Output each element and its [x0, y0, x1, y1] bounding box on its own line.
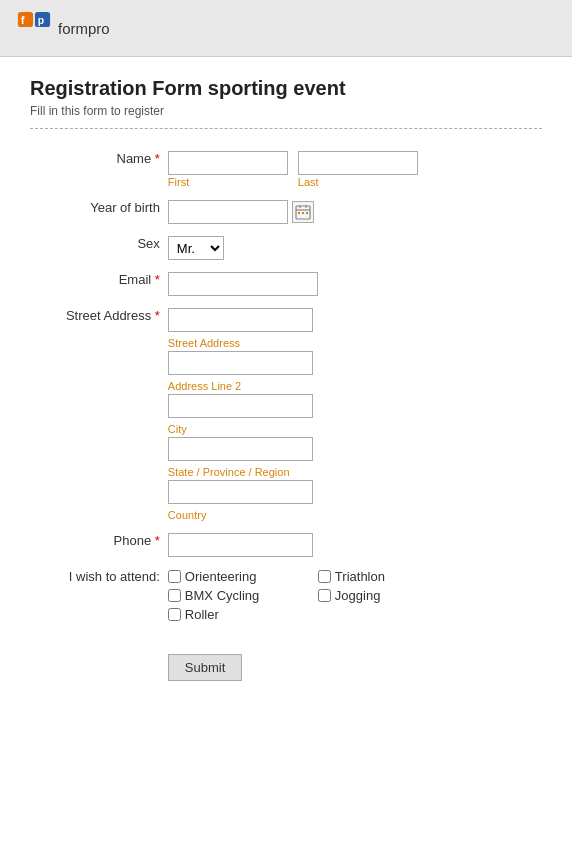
phone-field-cell [164, 527, 542, 563]
name-row: Name * First Last [30, 145, 542, 194]
submit-spacer [30, 628, 164, 687]
sex-field-cell: Mr. Mrs. Ms. Dr. [164, 230, 542, 266]
logo: f p formpro [16, 10, 110, 46]
first-name-label: First [168, 176, 288, 188]
email-label-cell: Email * [30, 266, 164, 302]
street-address-input[interactable] [168, 308, 313, 332]
attend-row-1: Orienteering Triathlon [168, 569, 538, 584]
email-input[interactable] [168, 272, 318, 296]
state-sub-label: State / Province / Region [168, 466, 538, 478]
street-address-row: Street Address * Street Address Address … [30, 302, 542, 527]
orienteering-checkbox[interactable] [168, 570, 181, 583]
sex-label-cell: Sex [30, 230, 164, 266]
orienteering-item: Orienteering [168, 569, 298, 584]
phone-required: * [151, 533, 160, 548]
attend-field-cell: Orienteering Triathlon BMX Cycling [164, 563, 542, 628]
address-line2-input[interactable] [168, 351, 313, 375]
name-label: Name [117, 151, 152, 166]
submit-button[interactable]: Submit [168, 654, 242, 681]
roller-label: Roller [185, 607, 219, 622]
street-address-label-cell: Street Address * [30, 302, 164, 527]
submit-cell: Submit [164, 628, 542, 687]
form-container: Registration Form sporting event Fill in… [0, 57, 572, 864]
calendar-svg [295, 204, 311, 220]
attend-label: I wish to attend: [69, 569, 160, 584]
email-row: Email * [30, 266, 542, 302]
street-required: * [151, 308, 160, 323]
name-label-cell: Name * [30, 145, 164, 194]
svg-text:f: f [21, 14, 25, 26]
attend-label-cell: I wish to attend: [30, 563, 164, 628]
sex-label: Sex [137, 236, 159, 251]
year-input-row [168, 200, 538, 224]
first-name-input[interactable] [168, 151, 288, 175]
svg-text:p: p [38, 15, 44, 26]
name-inputs-row: First Last [168, 151, 538, 188]
bmx-checkbox[interactable] [168, 589, 181, 602]
jogging-item: Jogging [318, 588, 448, 603]
name-field-cell: First Last [164, 145, 542, 194]
email-required: * [151, 272, 160, 287]
last-name-input[interactable] [298, 151, 418, 175]
triathlon-label: Triathlon [335, 569, 385, 584]
attend-row-3: Roller [168, 607, 538, 622]
year-field-cell [164, 194, 542, 230]
roller-item: Roller [168, 607, 298, 622]
header: f p formpro [0, 0, 572, 57]
calendar-icon[interactable] [292, 201, 314, 223]
last-name-group: Last [298, 151, 418, 188]
attend-checkbox-group: Orienteering Triathlon BMX Cycling [168, 569, 538, 622]
roller-checkbox[interactable] [168, 608, 181, 621]
city-input[interactable] [168, 394, 313, 418]
name-required: * [151, 151, 160, 166]
triathlon-item: Triathlon [318, 569, 448, 584]
sex-select[interactable]: Mr. Mrs. Ms. Dr. [168, 236, 224, 260]
state-input[interactable] [168, 437, 313, 461]
svg-rect-9 [302, 212, 304, 214]
attend-row: I wish to attend: Orienteering Triathlon [30, 563, 542, 628]
phone-label-cell: Phone * [30, 527, 164, 563]
street-address-field-cell: Street Address Address Line 2 City State… [164, 302, 542, 527]
first-name-group: First [168, 151, 288, 188]
address-line2-sub-label: Address Line 2 [168, 380, 538, 392]
year-of-birth-input[interactable] [168, 200, 288, 224]
year-label: Year of birth [90, 200, 160, 215]
year-label-cell: Year of birth [30, 194, 164, 230]
page-title: Registration Form sporting event [30, 77, 542, 100]
submit-row: Submit [30, 628, 542, 687]
phone-input[interactable] [168, 533, 313, 557]
orienteering-label: Orienteering [185, 569, 257, 584]
sex-row: Sex Mr. Mrs. Ms. Dr. [30, 230, 542, 266]
jogging-checkbox[interactable] [318, 589, 331, 602]
logo-text: formpro [58, 20, 110, 37]
phone-row: Phone * [30, 527, 542, 563]
triathlon-checkbox[interactable] [318, 570, 331, 583]
svg-rect-8 [298, 212, 300, 214]
address-block: Street Address Address Line 2 City State… [168, 308, 538, 521]
logo-icon: f p [16, 10, 52, 46]
svg-rect-10 [306, 212, 308, 214]
street-address-sub-label: Street Address [168, 337, 538, 349]
form-table: Name * First Last Year of birth [30, 145, 542, 687]
postal-input[interactable] [168, 480, 313, 504]
country-sub-label: Country [168, 509, 538, 521]
page-subtitle: Fill in this form to register [30, 104, 542, 129]
attend-row-2: BMX Cycling Jogging [168, 588, 538, 603]
phone-label: Phone [114, 533, 152, 548]
street-address-label: Street Address [66, 308, 151, 323]
bmx-item: BMX Cycling [168, 588, 298, 603]
email-label: Email [119, 272, 152, 287]
jogging-label: Jogging [335, 588, 381, 603]
last-name-label: Last [298, 176, 418, 188]
email-field-cell [164, 266, 542, 302]
submit-container: Submit [168, 654, 538, 681]
city-sub-label: City [168, 423, 538, 435]
bmx-label: BMX Cycling [185, 588, 259, 603]
year-row: Year of birth [30, 194, 542, 230]
